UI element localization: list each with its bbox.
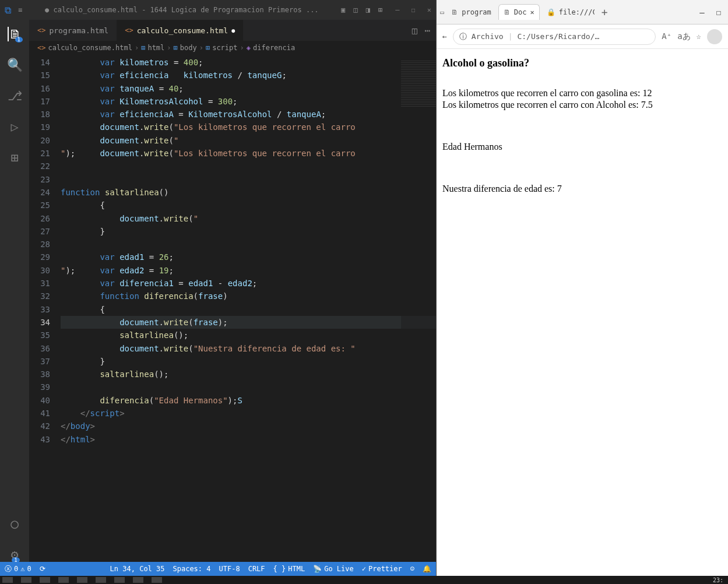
new-tab-button[interactable]: +: [597, 6, 613, 18]
html-file-icon: <>: [125, 26, 133, 34]
bell-icon[interactable]: 🔔: [423, 565, 431, 573]
go-live-button[interactable]: 📡 Go Live: [313, 565, 354, 573]
close-tab-icon[interactable]: ✕: [530, 8, 534, 16]
layout-icon[interactable]: ▣: [341, 6, 345, 14]
window-title: ● calculo_consume.html - 1644 Logica de …: [29, 6, 334, 14]
url-text: C:/Users/Ricardo/…: [517, 32, 599, 41]
file-icon: <>: [37, 44, 45, 52]
taskbar-icon[interactable]: [40, 577, 50, 583]
taskbar-icon[interactable]: [21, 577, 31, 583]
breadcrumb-item[interactable]: script: [212, 44, 237, 52]
read-aloud-icon[interactable]: A⁺: [662, 31, 671, 42]
line-gutter: 1415161718192021222324252627282930313233…: [29, 55, 61, 562]
run-debug-icon[interactable]: ▷: [10, 119, 18, 134]
html-file-icon: <>: [37, 26, 45, 34]
tab-label: program: [462, 8, 491, 16]
taskbar-icon[interactable]: [58, 577, 69, 583]
titlebar: ⧉ ≡ ● calculo_consume.html - 1644 Logica…: [0, 0, 436, 20]
page-title: Alcohol o gasolina?: [442, 57, 722, 69]
tab-label: programa.html: [49, 26, 108, 35]
browser-tabbar: ▭ 🗎 program 🗎 Doc ✕ 🔒 file:///C: + — ☐: [437, 0, 728, 24]
browser-tab-active[interactable]: 🗎 Doc ✕: [498, 4, 540, 20]
search-icon[interactable]: 🔍: [7, 58, 23, 72]
element-icon: ⊞: [206, 44, 210, 52]
taskbar-icon[interactable]: [2, 577, 13, 583]
breadcrumb-item[interactable]: html: [147, 44, 164, 52]
output-line: Los kilometros que recorren el carro con…: [442, 100, 722, 110]
minimize-icon[interactable]: —: [699, 8, 704, 17]
symbol-icon: ◈: [247, 44, 251, 52]
translate-icon[interactable]: aあ: [677, 31, 690, 42]
vscode-logo-icon: ⧉: [5, 5, 11, 16]
url-input[interactable]: ⓘ Archivo | C:/Users/Ricardo/…: [453, 29, 656, 45]
breadcrumbs[interactable]: <> calculo_consume.html › ⊞ html › ⊞ bod…: [29, 41, 436, 55]
back-button[interactable]: ←: [442, 32, 447, 41]
element-icon: ⊞: [141, 44, 145, 52]
close-icon[interactable]: ✕: [427, 6, 431, 14]
encoding-status[interactable]: UTF-8: [219, 565, 240, 573]
page-icon: 🗎: [504, 8, 511, 16]
radio-icon[interactable]: ⟳: [40, 565, 45, 573]
taskbar-icon[interactable]: [152, 577, 162, 583]
status-bar: ⓧ 0 ⚠ 0 ⟳ Ln 34, Col 35 Spaces: 4 UTF-8 …: [0, 562, 436, 576]
code-editor[interactable]: 1415161718192021222324252627282930313233…: [29, 55, 436, 562]
output-line: Edad Hermanos: [442, 142, 722, 152]
favorite-icon[interactable]: ☆: [697, 31, 701, 42]
extensions-icon[interactable]: ⊞: [10, 150, 18, 165]
settings-gear-icon[interactable]: ⚙1: [10, 547, 18, 562]
browser-tab[interactable]: 🗎 program: [446, 5, 496, 20]
title-layout-icons: ▣ ◫ ◨ ⊞: [341, 6, 382, 14]
profile-avatar[interactable]: [707, 29, 722, 44]
indent-status[interactable]: Spaces: 4: [173, 565, 211, 573]
tab-actions-icon[interactable]: ▭: [440, 8, 444, 16]
more-icon[interactable]: ⋯: [424, 25, 430, 36]
eol-status[interactable]: CRLF: [248, 565, 265, 573]
errors-status[interactable]: ⓧ 0 ⚠ 0: [5, 564, 31, 574]
tab-calculo-consume[interactable]: <> calculo_consume.html ●: [117, 20, 243, 41]
source-control-icon[interactable]: ⎇: [8, 89, 22, 103]
tab-label: Doc: [514, 8, 527, 16]
menu-icon[interactable]: ≡: [18, 6, 22, 14]
taskbar-icon[interactable]: [133, 577, 143, 583]
tab-label: calculo_consume.html: [137, 26, 228, 35]
taskbar-icon[interactable]: [96, 577, 106, 583]
dirty-dot-icon: ●: [231, 27, 235, 34]
cursor-position[interactable]: Ln 34, Col 35: [110, 565, 165, 573]
editor-tabs: <> programa.html <> calculo_consume.html…: [29, 20, 436, 41]
vscode-window: ⧉ ≡ ● calculo_consume.html - 1644 Logica…: [0, 0, 436, 576]
address-bar: ← ⓘ Archivo | C:/Users/Ricardo/… A⁺ aあ ☆: [437, 24, 728, 49]
output-line: Los kilometros que recorren el carro con…: [442, 88, 722, 98]
tab-label: file:///C:: [559, 8, 595, 16]
maximize-icon[interactable]: ☐: [716, 8, 721, 17]
browser-window: ▭ 🗎 program 🗎 Doc ✕ 🔒 file:///C: + — ☐ ←…: [436, 0, 728, 576]
code-content[interactable]: var kilometros = 400; var eficiencia kil…: [61, 55, 436, 562]
windows-taskbar[interactable]: 23:: [0, 576, 728, 584]
layout-icon[interactable]: ◨: [366, 6, 370, 14]
page-content: Alcohol o gasolina? Los kilometros que r…: [437, 49, 728, 576]
layout-icon[interactable]: ⊞: [378, 6, 382, 14]
explorer-icon[interactable]: 🗎1: [8, 27, 22, 41]
minimap[interactable]: [401, 55, 436, 562]
taskbar-icon[interactable]: [114, 577, 125, 583]
clock[interactable]: 23:: [713, 577, 726, 583]
prettier-status[interactable]: ✓ Prettier: [362, 565, 402, 573]
activity-bar: 🗎1 🔍 ⎇ ▷ ⊞ ◯ ⚙1: [0, 20, 29, 562]
breadcrumb-item[interactable]: calculo_consume.html: [48, 44, 132, 52]
url-label: Archivo: [472, 32, 504, 41]
maximize-icon[interactable]: ☐: [412, 6, 416, 14]
breadcrumb-item[interactable]: diferencia: [253, 44, 295, 52]
browser-tab[interactable]: 🔒 file:///C:: [542, 5, 595, 20]
page-icon: 🗎: [451, 8, 458, 16]
tab-programa[interactable]: <> programa.html: [29, 20, 117, 41]
layout-icon[interactable]: ◫: [354, 6, 358, 14]
account-icon[interactable]: ◯: [10, 516, 18, 531]
page-icon: 🔒: [547, 8, 555, 16]
split-editor-icon[interactable]: ◫: [412, 25, 418, 36]
taskbar-icon[interactable]: [77, 577, 87, 583]
element-icon: ⊞: [174, 44, 178, 52]
minimize-icon[interactable]: —: [395, 6, 399, 14]
info-icon[interactable]: ⓘ: [459, 31, 467, 42]
language-status[interactable]: { } HTML: [273, 565, 305, 573]
feedback-icon[interactable]: ☺: [410, 565, 414, 573]
breadcrumb-item[interactable]: body: [180, 44, 197, 52]
